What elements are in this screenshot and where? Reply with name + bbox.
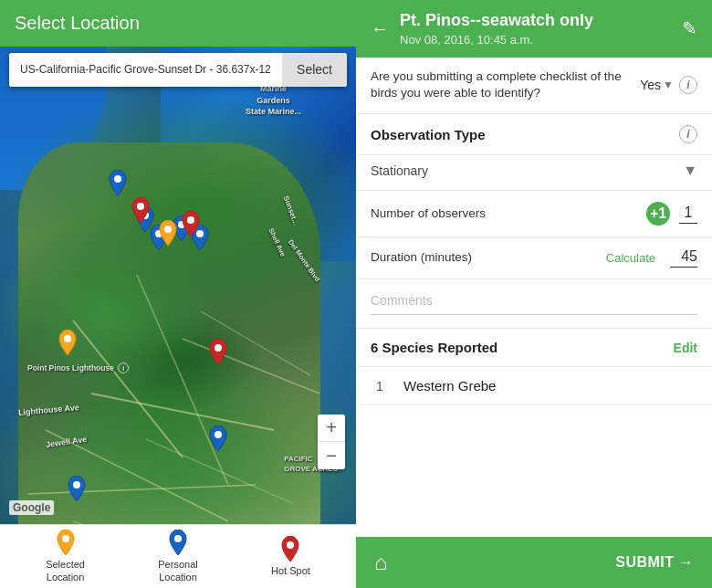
calculate-button[interactable]: Calculate [606, 251, 655, 265]
svg-point-22 [174, 535, 182, 542]
comments-row: Comments [356, 279, 712, 329]
observers-row: Number of observers +1 1 [356, 191, 712, 237]
left-title: Select Location [15, 13, 140, 33]
back-button[interactable]: ← [371, 18, 389, 39]
map-pin-selected-1[interactable] [158, 220, 180, 247]
legend-hotspot: Hot Spot [271, 536, 310, 577]
svg-point-15 [215, 431, 222, 438]
map-pin-red-3[interactable] [208, 339, 230, 366]
checklist-title: Pt. Pinos--seawatch only [400, 11, 671, 31]
map-pin-blue-1[interactable] [108, 170, 130, 197]
observers-label: Number of observers [371, 205, 639, 223]
species-header-row: 6 Species Reported Edit [356, 329, 712, 367]
map-pin-selected-2[interactable] [58, 330, 79, 357]
svg-point-21 [62, 535, 69, 542]
map-area: MarineGardensState Marine... Point Pinos… [0, 47, 356, 524]
home-button[interactable]: ⌂ [374, 550, 388, 575]
right-header: ← Pt. Pinos--seawatch only Nov 08, 2016,… [356, 0, 712, 58]
hotspot-legend-label: Hot Spot [271, 565, 310, 577]
checklist-answer-group: Yes ▼ i [640, 76, 697, 94]
svg-point-14 [73, 481, 80, 488]
species-name-1: Western Grebe [403, 378, 496, 394]
duration-right: Calculate 45 [606, 248, 697, 268]
species-number-1: 1 [371, 379, 389, 394]
stationary-row: Stationary ▼ [356, 155, 712, 191]
personal-legend-label: PersonalLocation [158, 559, 197, 583]
personal-pin-icon [168, 530, 188, 555]
observers-stepper: +1 1 [646, 202, 697, 226]
google-logo: Google [9, 500, 54, 515]
svg-point-18 [215, 344, 222, 352]
checklist-question-label: Are you submitting a complete checklist … [371, 68, 633, 103]
map-pin-blue-6[interactable] [67, 476, 89, 503]
zoom-in-button[interactable]: + [318, 415, 345, 442]
yes-value: Yes [640, 78, 661, 92]
legend-bar: SelectedLocation PersonalLocation Hot Sp… [0, 524, 356, 588]
zoom-out-button[interactable]: − [318, 442, 345, 469]
form-content: Are you submitting a complete checklist … [356, 58, 712, 537]
map-pin-red-2[interactable] [181, 211, 203, 238]
duration-row: Duration (minutes) Calculate 45 [356, 237, 712, 279]
svg-point-19 [164, 226, 172, 233]
observers-increment-button[interactable]: +1 [646, 202, 670, 226]
checklist-row: Are you submitting a complete checklist … [356, 58, 712, 115]
duration-value: 45 [670, 248, 697, 268]
observation-type-header-row: Observation Type i [356, 114, 712, 155]
hotspot-pin-icon [280, 536, 300, 562]
left-panel: Select Location Select [0, 0, 356, 588]
stationary-value: Stationary [371, 163, 428, 178]
right-panel: ← Pt. Pinos--seawatch only Nov 08, 2016,… [356, 0, 712, 588]
svg-point-17 [187, 216, 194, 224]
legend-personal: PersonalLocation [158, 530, 197, 583]
species-edit-button[interactable]: Edit [674, 341, 697, 355]
map-terrain [0, 47, 356, 524]
svg-point-20 [64, 335, 71, 342]
svg-point-9 [114, 175, 121, 183]
map-pin-blue-7[interactable] [208, 425, 230, 453]
checklist-info-icon[interactable]: i [679, 76, 697, 94]
legend-selected: SelectedLocation [46, 530, 85, 583]
submit-button[interactable]: SUBMIT → [615, 554, 694, 571]
observation-type-info-icon[interactable]: i [679, 125, 697, 143]
species-count-label: 6 Species Reported [371, 340, 497, 355]
selected-legend-label: SelectedLocation [46, 559, 85, 583]
map-pin-red-1[interactable] [131, 197, 152, 225]
search-input[interactable] [9, 53, 282, 87]
bottom-bar: ⌂ SUBMIT → [356, 537, 712, 588]
svg-point-23 [287, 541, 294, 549]
yes-dropdown[interactable]: Yes ▼ [640, 78, 674, 92]
species-row-1: 1 Western Grebe [356, 367, 712, 405]
left-header: Select Location [0, 0, 356, 47]
search-bar: Select [9, 53, 347, 87]
observers-value: 1 [679, 205, 697, 224]
edit-button[interactable]: ✎ [682, 17, 697, 39]
dropdown-arrow-icon: ▼ [663, 79, 674, 91]
observation-dropdown-icon[interactable]: ▼ [683, 163, 697, 179]
zoom-controls: + − [318, 415, 345, 469]
observation-type-label: Observation Type [371, 127, 486, 142]
checklist-date: Nov 08, 2016, 10:45 a.m. [400, 33, 671, 47]
duration-label: Duration (minutes) [371, 249, 599, 267]
svg-point-16 [137, 203, 144, 210]
map-background: MarineGardensState Marine... Point Pinos… [0, 47, 356, 524]
header-text: Pt. Pinos--seawatch only Nov 08, 2016, 1… [400, 11, 671, 47]
selected-pin-icon [56, 530, 76, 555]
select-button[interactable]: Select [282, 53, 347, 87]
comments-placeholder[interactable]: Comments [371, 293, 433, 308]
